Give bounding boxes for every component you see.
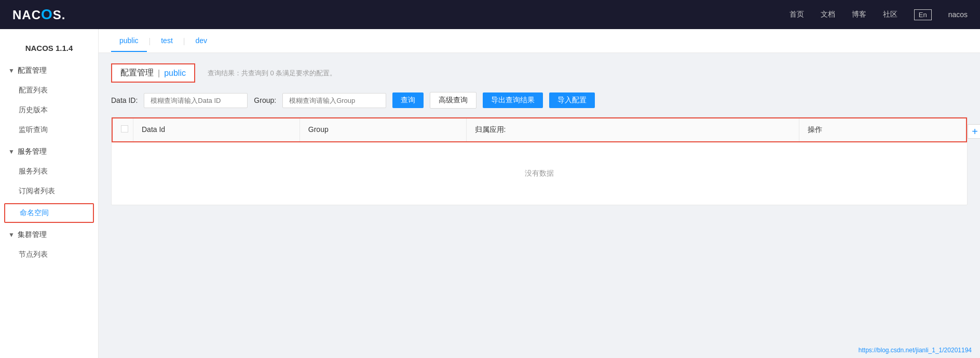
query-result-text: 查询结果：共查询到 0 条满足要求的配置。 [208,69,336,78]
user-name: nacos [948,10,968,19]
lang-button[interactable]: En [914,9,932,20]
sidebar-group-cluster-title[interactable]: ▼ 集群管理 [0,225,98,245]
th-data-id: Data Id [133,118,300,141]
import-button[interactable]: 导入配置 [549,92,595,108]
arrow-icon-service: ▼ [8,148,15,155]
breadcrumb-box: 配置管理 | public [111,63,195,83]
nav-blog[interactable]: 博客 [852,10,866,19]
sidebar-group-cluster: ▼ 集群管理 节点列表 [0,225,98,264]
th-group: Group [300,118,467,141]
sidebar-version: NACOS 1.1.4 [0,37,98,61]
tab-divider-2: | [183,37,185,45]
header-checkbox[interactable] [121,125,128,132]
sidebar-group-cluster-label: 集群管理 [18,230,47,240]
sidebar-group-service: ▼ 服务管理 服务列表 订阅者列表 [0,142,98,201]
sidebar-item-node-list[interactable]: 节点列表 [0,245,98,264]
th-app: 归属应用: [467,118,800,141]
tab-public[interactable]: public [111,30,147,52]
layout: NACOS 1.1.4 ▼ 配置管理 配置列表 历史版本 监听查询 ▼ 服务管理… [0,29,980,358]
nav-community[interactable]: 社区 [883,10,897,19]
logo-text: NACOS. [12,6,65,23]
arrow-icon-cluster: ▼ [8,231,15,238]
advanced-query-button[interactable]: 高级查询 [430,92,477,109]
sidebar-item-history[interactable]: 历史版本 [0,100,98,120]
nav-home[interactable]: 首页 [790,10,804,19]
tabs-bar: public | test | dev [99,29,980,53]
sidebar-group-namespace: 命名空间 [0,203,98,223]
add-config-button[interactable]: + [968,124,980,139]
sidebar-group-config-label: 配置管理 [18,66,47,75]
header-nav: 首页 文档 博客 社区 En nacos [790,9,968,20]
export-button[interactable]: 导出查询结果 [483,92,543,108]
footer-link[interactable]: https://blog.csdn.net/jianli_1_1/2020119… [859,347,972,354]
data-id-label: Data ID: [111,96,138,104]
title-bar: 配置管理 | public 查询结果：共查询到 0 条满足要求的配置。 [111,63,968,83]
sidebar-group-service-label: 服务管理 [18,147,47,156]
sidebar-group-config: ▼ 配置管理 配置列表 历史版本 监听查询 [0,61,98,140]
th-checkbox [113,118,133,141]
group-label: Group: [254,96,276,104]
breadcrumb-namespace: public [164,69,186,78]
sidebar-item-config-list[interactable]: 配置列表 [0,81,98,100]
sidebar-item-namespace[interactable]: 命名空间 [4,203,94,223]
table-container: Data Id Group 归属应用: 操作 没有数据 + [111,117,968,205]
sidebar-group-config-title[interactable]: ▼ 配置管理 [0,61,98,81]
arrow-icon: ▼ [8,67,15,74]
group-input[interactable] [282,93,386,108]
sidebar-group-service-title[interactable]: ▼ 服务管理 [0,142,98,162]
table-wrapper: Data Id Group 归属应用: 操作 没有数据 [111,117,968,205]
no-data-text: 没有数据 [525,169,554,178]
header: NACOS. 首页 文档 博客 社区 En nacos [0,0,980,29]
sidebar-item-subscribers[interactable]: 订阅者列表 [0,181,98,201]
logo: NACOS. [12,6,65,23]
sidebar: NACOS 1.1.4 ▼ 配置管理 配置列表 历史版本 监听查询 ▼ 服务管理… [0,29,99,358]
tab-dev[interactable]: dev [187,30,215,52]
main-content: public | test | dev 配置管理 | public 查询结果：共… [99,29,980,358]
sidebar-item-monitor[interactable]: 监听查询 [0,120,98,140]
sidebar-item-service-list[interactable]: 服务列表 [0,162,98,181]
table-header: Data Id Group 归属应用: 操作 [112,117,967,142]
table-body: 没有数据 [112,142,967,205]
th-ops: 操作 [799,118,966,141]
breadcrumb-title: 配置管理 [120,68,154,78]
content-area: 配置管理 | public 查询结果：共查询到 0 条满足要求的配置。 Data… [99,53,980,216]
nav-docs[interactable]: 文档 [821,10,835,19]
query-button[interactable]: 查询 [392,92,424,108]
search-bar: Data ID: Group: 查询 高级查询 导出查询结果 导入配置 [111,92,968,109]
data-id-input[interactable] [144,93,248,108]
tab-divider-1: | [149,37,151,45]
tab-test[interactable]: test [153,30,181,52]
breadcrumb-divider: | [158,69,160,78]
